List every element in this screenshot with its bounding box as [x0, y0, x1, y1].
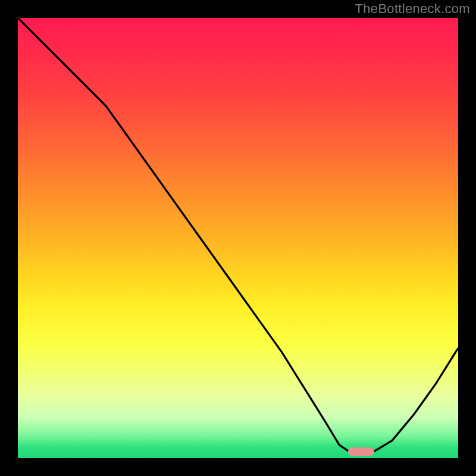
plot-area — [18, 18, 458, 458]
watermark-text: TheBottleneck.com — [355, 1, 470, 17]
bottleneck-curve — [18, 18, 458, 458]
curve-path — [18, 18, 458, 454]
chart-frame: TheBottleneck.com — [0, 0, 476, 476]
optimum-marker — [348, 447, 374, 456]
